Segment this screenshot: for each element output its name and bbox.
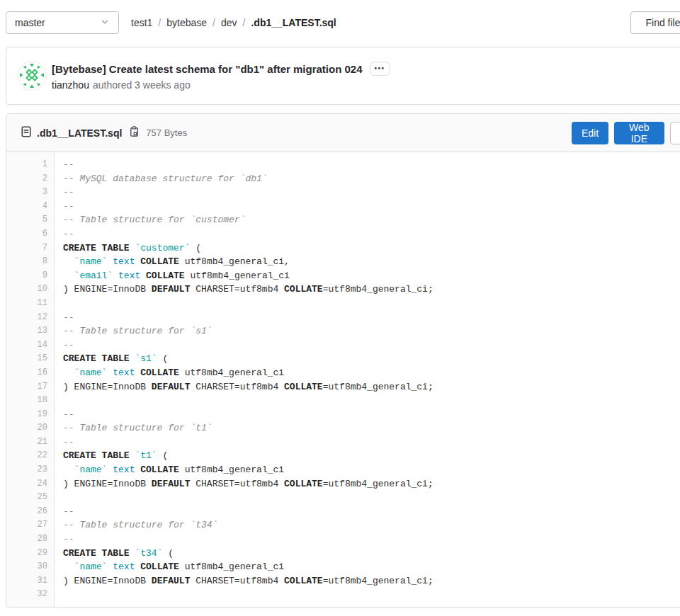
code-line: ) ENGINE=InnoDB DEFAULT CHARSET=utf8mb4 …	[55, 574, 434, 588]
line-number[interactable]: 4	[6, 200, 55, 214]
code-line: `email` text COLLATE utf8mb4_general_ci	[55, 269, 290, 283]
code-line: -- Table structure for `t1`	[55, 421, 212, 435]
line-number[interactable]: 2	[6, 172, 55, 186]
line-number[interactable]: 26	[6, 505, 55, 519]
code-line-row: 6--	[6, 227, 680, 241]
breadcrumb-file: .db1__LATEST.sql	[251, 17, 336, 28]
code-line-row: 30 `name` text COLLATE utf8mb4_general_c…	[6, 560, 680, 574]
code-line-row: 22CREATE TABLE `t1` (	[6, 449, 680, 463]
line-number[interactable]: 14	[6, 338, 55, 353]
line-number[interactable]: 28	[6, 532, 55, 547]
code-line: -- MySQL database structure for `db1`	[55, 172, 268, 186]
line-number[interactable]: 24	[6, 477, 55, 491]
line-number[interactable]: 32	[6, 588, 55, 602]
line-number[interactable]: 5	[6, 213, 55, 227]
download-button-partial[interactable]	[670, 122, 680, 144]
commit-more-button[interactable]: •••	[370, 62, 390, 76]
breadcrumb: test1/bytebase/dev/.db1__LATEST.sql	[131, 11, 336, 34]
line-number[interactable]: 9	[6, 269, 55, 283]
breadcrumb-separator: /	[158, 17, 161, 28]
line-number[interactable]: 31	[6, 574, 55, 588]
line-number[interactable]: 19	[6, 408, 55, 422]
code-line-row: 19--	[6, 408, 680, 422]
code-line: `name` text COLLATE utf8mb4_general_ci	[55, 560, 284, 574]
code-line: `name` text COLLATE utf8mb4_general_ci	[55, 463, 284, 477]
code-line-row: 28--	[6, 532, 680, 547]
line-number[interactable]: 23	[6, 463, 55, 477]
file-size: 757 Bytes	[146, 127, 187, 138]
code-line: -- Table structure for `customer`	[55, 213, 245, 227]
line-number[interactable]: 21	[6, 435, 55, 450]
code-line: --	[55, 311, 74, 325]
line-number[interactable]: 1	[6, 158, 55, 172]
line-number[interactable]: 8	[6, 255, 55, 269]
code-line: --	[55, 227, 74, 241]
file-actions: Edit Web IDE	[572, 122, 680, 144]
line-number[interactable]: 3	[6, 186, 55, 200]
commit-authored-text: authored 3 weeks ago	[93, 79, 191, 91]
branch-selector-value: master	[15, 17, 45, 28]
code-line-row: 1--	[6, 158, 680, 172]
line-number[interactable]: 22	[6, 449, 55, 463]
line-number[interactable]: 17	[6, 380, 55, 394]
code-line-row: 18	[6, 394, 680, 408]
code-line: -- Table structure for `t34`	[55, 518, 217, 532]
breadcrumb-item[interactable]: test1	[131, 17, 152, 28]
code-line-row: 8 `name` text COLLATE utf8mb4_general_ci…	[6, 255, 680, 269]
line-number[interactable]: 12	[6, 311, 55, 325]
line-number[interactable]: 11	[6, 297, 55, 311]
line-number[interactable]: 16	[6, 366, 55, 380]
code-line: --	[55, 532, 74, 547]
code-line-row: 4--	[6, 200, 680, 214]
line-number[interactable]: 15	[6, 352, 55, 366]
code-line-row: 27-- Table structure for `t34`	[6, 518, 680, 532]
commit-title[interactable]: [Bytebase] Create latest schema for "db1…	[52, 63, 363, 75]
code-line-row: 14--	[6, 338, 680, 353]
line-number[interactable]: 27	[6, 518, 55, 532]
code-line: CREATE TABLE `t1` (	[55, 449, 168, 463]
code-line-row: 3--	[6, 186, 680, 200]
code-line: CREATE TABLE `s1` (	[55, 352, 168, 366]
code-line: --	[55, 186, 74, 200]
find-file-button[interactable]: Find file	[630, 11, 680, 34]
breadcrumb-item[interactable]: bytebase	[166, 17, 207, 28]
copy-path-icon[interactable]	[129, 126, 140, 140]
line-number[interactable]: 6	[6, 227, 55, 241]
code-line: --	[55, 408, 74, 422]
avatar[interactable]	[17, 61, 47, 91]
line-number[interactable]: 7	[6, 241, 55, 256]
code-line-row: 9 `email` text COLLATE utf8mb4_general_c…	[6, 269, 680, 283]
file-header: .db1__LATEST.sql 757 Bytes Edit Web IDE	[6, 114, 680, 152]
branch-selector[interactable]: master	[6, 11, 119, 34]
code-rows: 1--2-- MySQL database structure for `db1…	[6, 152, 680, 602]
code-line-row: 25	[6, 491, 680, 505]
code-area: 1--2-- MySQL database structure for `db1…	[6, 152, 680, 607]
breadcrumb-item[interactable]: dev	[221, 17, 237, 28]
code-line-row: 26--	[6, 505, 680, 519]
commit-author-link[interactable]: tianzhou	[52, 79, 89, 91]
line-number[interactable]: 29	[6, 547, 55, 561]
last-commit-box: [Bytebase] Create latest schema for "db1…	[6, 47, 680, 105]
code-line: --	[55, 200, 74, 214]
document-icon	[21, 126, 32, 140]
chevron-down-icon	[100, 17, 110, 29]
edit-button[interactable]: Edit	[572, 122, 608, 144]
line-number[interactable]: 25	[6, 491, 55, 505]
code-line: CREATE TABLE `customer` (	[55, 241, 201, 256]
line-number[interactable]: 30	[6, 560, 55, 574]
file-name: .db1__LATEST.sql	[37, 127, 122, 139]
code-line	[55, 297, 63, 311]
code-line	[55, 491, 63, 505]
line-number[interactable]: 20	[6, 421, 55, 435]
code-line-row: 5-- Table structure for `customer`	[6, 213, 680, 227]
line-number[interactable]: 10	[6, 283, 55, 297]
line-number[interactable]: 13	[6, 324, 55, 338]
code-line-row: 17) ENGINE=InnoDB DEFAULT CHARSET=utf8mb…	[6, 380, 680, 394]
code-line: ) ENGINE=InnoDB DEFAULT CHARSET=utf8mb4 …	[55, 380, 434, 394]
code-line-row: 31) ENGINE=InnoDB DEFAULT CHARSET=utf8mb…	[6, 574, 680, 588]
web-ide-button[interactable]: Web IDE	[614, 122, 664, 144]
line-number[interactable]: 18	[6, 394, 55, 408]
code-line-row: 7CREATE TABLE `customer` (	[6, 241, 680, 256]
code-line: -- Table structure for `s1`	[55, 324, 212, 338]
code-line: --	[55, 505, 74, 519]
